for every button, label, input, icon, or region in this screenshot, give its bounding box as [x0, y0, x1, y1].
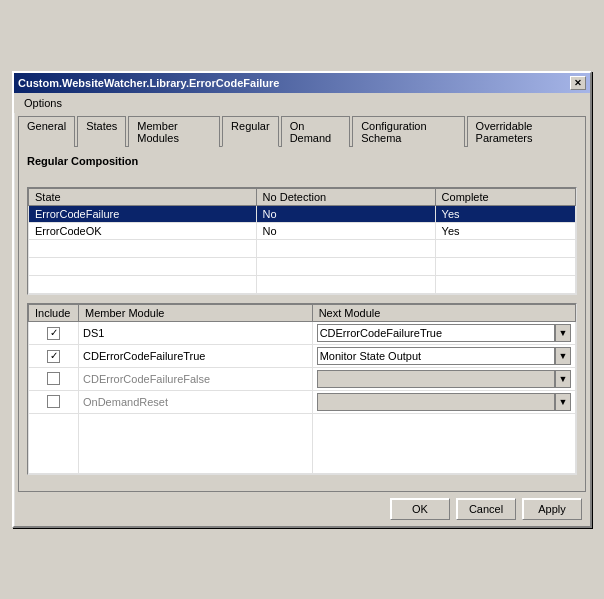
tab-overridable-parameters[interactable]: Overridable Parameters — [467, 116, 586, 147]
bottom-bar: OK Cancel Apply — [14, 492, 590, 526]
close-button[interactable]: ✕ — [570, 76, 586, 90]
upper-table-container: State No Detection Complete ErrorCodeFai… — [27, 187, 577, 295]
lower-table-container: Include Member Module Next Module DS1 — [27, 303, 577, 475]
dropdown-arrow-icon[interactable]: ▼ — [555, 324, 571, 342]
table-row — [29, 258, 576, 276]
no-detection-cell: No — [256, 206, 435, 223]
table-row[interactable]: DS1 CDErrorCodeFailureTrue ▼ — [29, 322, 576, 345]
lower-table: Include Member Module Next Module DS1 — [28, 304, 576, 474]
content-area: Regular Composition State No Detection C… — [18, 146, 586, 492]
next-module-dropdown-1[interactable]: CDErrorCodeFailureTrue ▼ — [317, 324, 571, 342]
tab-general[interactable]: General — [18, 116, 75, 147]
upper-table: State No Detection Complete ErrorCodeFai… — [28, 188, 576, 294]
module-cell-4: OnDemandReset — [79, 391, 313, 414]
table-row[interactable]: CDErrorCodeFailureTrue Monitor State Out… — [29, 345, 576, 368]
tab-states[interactable]: States — [77, 116, 126, 147]
include-checkbox-4[interactable] — [47, 395, 60, 408]
main-window: Custom.WebsiteWatcher.Library.ErrorCodeF… — [12, 71, 592, 528]
table-row[interactable]: ErrorCodeFailure No Yes — [29, 206, 576, 223]
dropdown-arrow-icon[interactable]: ▼ — [555, 347, 571, 365]
module-cell-2: CDErrorCodeFailureTrue — [79, 345, 313, 368]
complete-cell: Yes — [435, 206, 575, 223]
lower-col-include: Include — [29, 305, 79, 322]
next-module-dropdown-3[interactable]: ▼ — [317, 370, 571, 388]
next-module-dropdown-4[interactable]: ▼ — [317, 393, 571, 411]
no-detection-cell: No — [256, 223, 435, 240]
dropdown-arrow-icon[interactable]: ▼ — [555, 370, 571, 388]
title-bar: Custom.WebsiteWatcher.Library.ErrorCodeF… — [14, 73, 590, 93]
window-title: Custom.WebsiteWatcher.Library.ErrorCodeF… — [18, 77, 279, 89]
tab-member-modules[interactable]: Member Modules — [128, 116, 220, 147]
options-menu[interactable]: Options — [18, 95, 68, 111]
upper-col-complete: Complete — [435, 189, 575, 206]
module-cell-3: CDErrorCodeFailureFalse — [79, 368, 313, 391]
table-row: CDErrorCodeFailureFalse ▼ — [29, 368, 576, 391]
tab-configuration-schema[interactable]: Configuration Schema — [352, 116, 464, 147]
lower-col-next-module: Next Module — [312, 305, 575, 322]
cancel-button[interactable]: Cancel — [456, 498, 516, 520]
section-title: Regular Composition — [27, 155, 577, 167]
table-row — [29, 414, 576, 474]
table-row[interactable]: ErrorCodeOK No Yes — [29, 223, 576, 240]
apply-button[interactable]: Apply — [522, 498, 582, 520]
state-cell: ErrorCodeFailure — [29, 206, 257, 223]
menu-bar: Options — [14, 93, 590, 113]
dropdown-arrow-icon[interactable]: ▼ — [555, 393, 571, 411]
tab-bar: General States Member Modules Regular On… — [14, 115, 590, 146]
upper-col-no-detection: No Detection — [256, 189, 435, 206]
tab-on-demand[interactable]: On Demand — [281, 116, 350, 147]
table-row: OnDemandReset ▼ — [29, 391, 576, 414]
next-module-dropdown-2[interactable]: Monitor State Output ▼ — [317, 347, 571, 365]
title-bar-buttons: ✕ — [570, 76, 586, 90]
table-row — [29, 276, 576, 294]
state-cell: ErrorCodeOK — [29, 223, 257, 240]
include-checkbox-2[interactable] — [47, 350, 60, 363]
module-cell-1: DS1 — [79, 322, 313, 345]
complete-cell: Yes — [435, 223, 575, 240]
include-checkbox-3[interactable] — [47, 372, 60, 385]
include-checkbox-1[interactable] — [47, 327, 60, 340]
table-row — [29, 240, 576, 258]
upper-col-state: State — [29, 189, 257, 206]
ok-button[interactable]: OK — [390, 498, 450, 520]
lower-col-member-module: Member Module — [79, 305, 313, 322]
tab-regular[interactable]: Regular — [222, 116, 279, 147]
